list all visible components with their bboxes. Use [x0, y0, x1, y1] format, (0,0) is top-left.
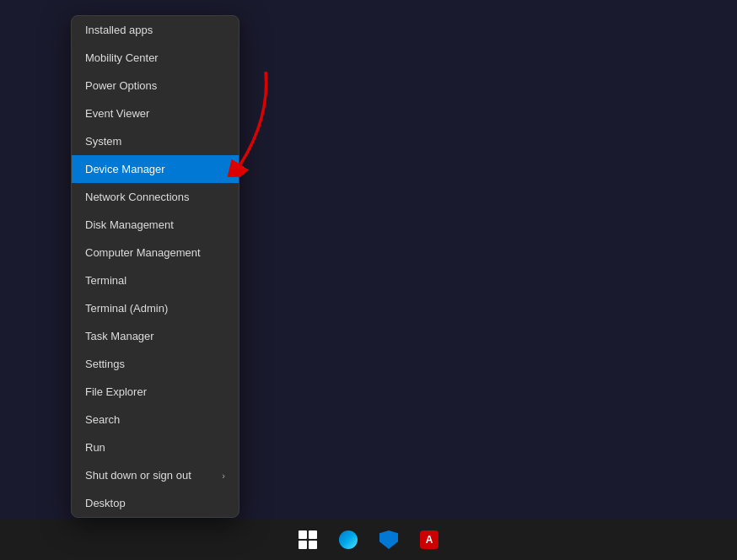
menu-item-system[interactable]: System [72, 127, 239, 155]
menu-item-label: Event Viewer [85, 107, 149, 120]
menu-item-label: File Explorer [85, 385, 147, 398]
menu-item-shut-down-or-sign-out[interactable]: Shut down or sign out› [72, 461, 239, 489]
menu-item-label: Terminal (Admin) [85, 302, 168, 315]
app-icon: A [420, 530, 438, 549]
menu-item-mobility-center[interactable]: Mobility Center [72, 44, 239, 72]
menu-item-label: Terminal [85, 274, 126, 287]
menu-item-network-connections[interactable]: Network Connections [72, 183, 239, 211]
menu-item-settings[interactable]: Settings [72, 350, 239, 378]
menu-item-computer-management[interactable]: Computer Management [72, 239, 239, 267]
menu-item-label: Mobility Center [85, 51, 159, 64]
menu-item-search[interactable]: Search [72, 406, 239, 433]
menu-item-terminal[interactable]: Terminal [72, 267, 239, 294]
edge-icon [339, 530, 358, 549]
menu-item-label: Search [85, 413, 120, 426]
menu-item-label: Desktop [85, 497, 126, 509]
shield-icon [379, 530, 398, 549]
menu-item-label: Power Options [85, 79, 157, 92]
menu-item-label: Network Connections [85, 191, 190, 203]
windows-logo [299, 530, 317, 549]
menu-item-label: System [85, 135, 121, 148]
menu-item-installed-apps[interactable]: Installed apps [72, 16, 239, 44]
chevron-right-icon: › [222, 471, 225, 481]
menu-item-label: Computer Management [85, 246, 201, 259]
app-button[interactable]: A [411, 521, 448, 558]
menu-item-label: Installed apps [85, 24, 153, 36]
menu-item-label: Shut down or sign out [85, 469, 191, 482]
menu-item-run[interactable]: Run [72, 433, 239, 461]
menu-item-event-viewer[interactable]: Event Viewer [72, 100, 239, 127]
edge-button[interactable] [330, 521, 367, 558]
taskbar: A [0, 520, 737, 560]
menu-item-disk-management[interactable]: Disk Management [72, 211, 239, 239]
desktop: Installed appsMobility CenterPower Optio… [0, 0, 737, 560]
menu-item-file-explorer[interactable]: File Explorer [72, 378, 239, 406]
menu-item-device-manager[interactable]: Device Manager [72, 155, 239, 183]
menu-item-desktop[interactable]: Desktop [72, 489, 239, 517]
menu-item-label: Run [85, 441, 105, 454]
menu-item-task-manager[interactable]: Task Manager [72, 322, 239, 350]
menu-item-label: Task Manager [85, 330, 154, 342]
menu-item-label: Settings [85, 358, 125, 370]
menu-item-terminal-(admin)[interactable]: Terminal (Admin) [72, 294, 239, 322]
security-button[interactable] [370, 521, 407, 558]
menu-item-label: Disk Management [85, 218, 174, 231]
start-button[interactable] [289, 521, 326, 558]
menu-item-label: Device Manager [85, 163, 165, 175]
context-menu: Installed appsMobility CenterPower Optio… [71, 15, 239, 518]
menu-item-power-options[interactable]: Power Options [72, 72, 239, 100]
